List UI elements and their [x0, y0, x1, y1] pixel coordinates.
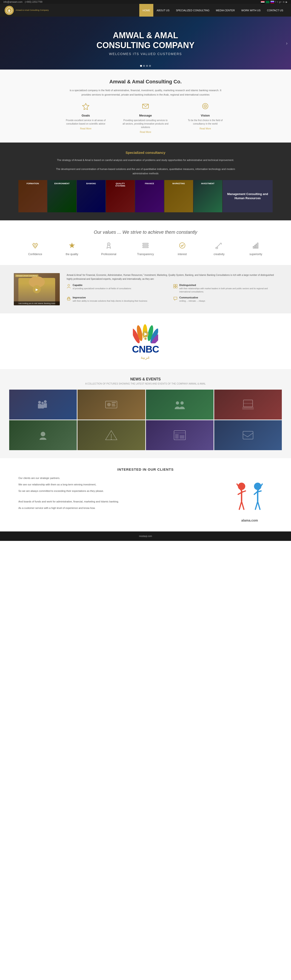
message-link[interactable]: Read More — [122, 131, 169, 133]
video-container[interactable]: Amwaal & Amali Consultancy ▶ I am inviti… — [14, 273, 60, 305]
svg-point-37 — [44, 400, 47, 403]
news-item-4[interactable] — [214, 390, 282, 420]
nav-contact[interactable]: CONTACT US — [264, 4, 287, 17]
news-item-5[interactable] — [9, 420, 77, 450]
svg-rect-50 — [242, 407, 254, 410]
youtube-icon[interactable]: ▶ — [286, 1, 288, 3]
cnbc-logo[interactable]: CNBC عربية — [132, 323, 159, 360]
spec-investment[interactable]: INVESTMENT — [193, 180, 222, 212]
specialized-section: Specialized consultancy The strategy of … — [0, 143, 291, 220]
vision-desc: To be the first choice in the field of c… — [182, 119, 228, 126]
svg-line-64 — [239, 501, 242, 509]
svg-rect-16 — [253, 247, 254, 248]
twitter-icon[interactable]: t — [277, 1, 278, 3]
svg-rect-22 — [176, 285, 177, 286]
hero-dots — [140, 65, 151, 67]
nav-media[interactable]: MEDIA CENTER — [213, 4, 238, 17]
flag-egypt[interactable] — [261, 1, 264, 3]
news-item-1[interactable] — [9, 390, 77, 420]
flag-saudi[interactable] — [266, 1, 269, 3]
video-play-button[interactable]: ▶ — [33, 285, 41, 293]
hero-next-arrow[interactable]: › — [286, 41, 288, 46]
message-icon — [122, 102, 169, 111]
impressive-title: Impressive — [73, 296, 147, 299]
svg-point-32 — [144, 337, 147, 340]
topbar-right: f t g+ in ▶ — [261, 1, 288, 3]
logo[interactable]: Amwal & Amal Consulting Company — [5, 6, 49, 15]
nav-work[interactable]: WORK WITH US — [238, 4, 264, 17]
spec-environment[interactable]: ENVIRONMENT — [47, 180, 76, 212]
spec-formation[interactable]: FORMATION — [18, 180, 47, 212]
goals-desc: Provide excellent service in all areas o… — [63, 119, 109, 126]
google-plus-icon[interactable]: g+ — [279, 1, 282, 3]
news-item-6[interactable] — [77, 420, 145, 450]
svg-point-46 — [176, 401, 179, 404]
spec-investment-label: INVESTMENT — [193, 182, 222, 185]
goals-link[interactable]: Read More — [63, 127, 109, 130]
about-card-message: Message Providing specialized consulting… — [122, 102, 169, 133]
svg-rect-45 — [112, 406, 115, 406]
value-transparency: Transparency — [131, 242, 160, 256]
spec-banking[interactable]: BANKING — [77, 180, 106, 212]
values-grid: Confidence the quality Professional — [18, 242, 273, 256]
spec-grid: FORMATION ENVIRONMENT BANKING QUALITYSYS… — [18, 180, 273, 212]
svg-rect-18 — [256, 244, 257, 248]
vision-link[interactable]: Read More — [182, 127, 228, 130]
news-image-5 — [9, 420, 77, 450]
svg-point-35 — [38, 401, 41, 404]
interest-label: interest — [167, 253, 197, 256]
hero-dot-1[interactable] — [140, 65, 142, 67]
professional-icon — [94, 242, 124, 251]
svg-rect-21 — [174, 285, 175, 286]
specialized-desc2: The development and concentration of hum… — [54, 167, 237, 175]
stick-figures-svg — [227, 476, 273, 517]
svg-point-51 — [41, 432, 45, 436]
spec-marketing[interactable]: MARKETING — [164, 180, 193, 212]
about-title: Amwal & Amal Consulting Co. — [18, 79, 273, 85]
spec-marketing-label: MARKETING — [164, 182, 193, 185]
hero-dot-4[interactable] — [149, 65, 151, 67]
feature-distinguished: Distinguished with their relationships w… — [173, 284, 277, 293]
news-image-8 — [214, 420, 282, 450]
svg-rect-15 — [216, 247, 218, 249]
nav-specialized[interactable]: SPECIALIZED CONSULTING — [172, 4, 213, 17]
news-image-4 — [214, 390, 282, 420]
clients-content: Our clients are our strategic partners. … — [18, 476, 273, 522]
cnbc-arabic: عربية — [132, 355, 159, 360]
svg-rect-19 — [257, 243, 258, 248]
spec-finance[interactable]: FINANCE — [135, 180, 164, 212]
news-item-3[interactable] — [146, 390, 214, 420]
about-card-goals: Goals Provide excellent service in all a… — [63, 102, 109, 133]
vision-title: Vision — [182, 114, 228, 117]
spec-mgmt-text: Management Consulting and Human Resource… — [226, 192, 269, 200]
linkedin-icon[interactable]: in — [283, 1, 285, 3]
values-title: Our values ... We strive to achieve them… — [18, 229, 273, 235]
superiority-icon — [241, 242, 271, 251]
topbar-left: info@amwam.com (+965) 22517799 — [3, 1, 42, 3]
clients-line4: And boards of funds and work for adminis… — [18, 500, 217, 504]
confidence-label: Confidence — [20, 253, 50, 256]
news-item-2[interactable] — [77, 390, 145, 420]
svg-rect-11 — [143, 245, 148, 246]
spec-quality[interactable]: QUALITYSYSTEMS — [106, 180, 135, 212]
news-item-7[interactable] — [146, 420, 214, 450]
nav-about[interactable]: ABOUT US — [153, 4, 172, 17]
nav-home[interactable]: HOME — [139, 4, 153, 17]
hero-dot-3[interactable] — [146, 65, 148, 67]
cnbc-section: CNBC عربية — [0, 313, 291, 369]
topbar-phone: (+965) 22517799 — [25, 1, 42, 3]
spec-finance-label: FINANCE — [135, 182, 164, 185]
hero-dot-2[interactable] — [143, 65, 145, 67]
value-superiority: superiority — [241, 242, 271, 256]
communicative-title: Communicative — [179, 296, 205, 299]
svg-point-42 — [107, 403, 111, 406]
svg-rect-44 — [112, 404, 115, 404]
clients-section: INTERESTED IN OUR CLIENTS Our clients ar… — [0, 458, 291, 531]
flag-russia[interactable] — [270, 1, 274, 3]
about-card-vision: Vision To be the first choice in the fie… — [182, 102, 228, 133]
svg-rect-38 — [44, 403, 47, 408]
news-item-8[interactable] — [214, 420, 282, 450]
message-desc: Providing specialized consulting service… — [122, 119, 169, 129]
interest-icon — [167, 242, 197, 251]
facebook-icon[interactable]: f — [275, 1, 276, 3]
